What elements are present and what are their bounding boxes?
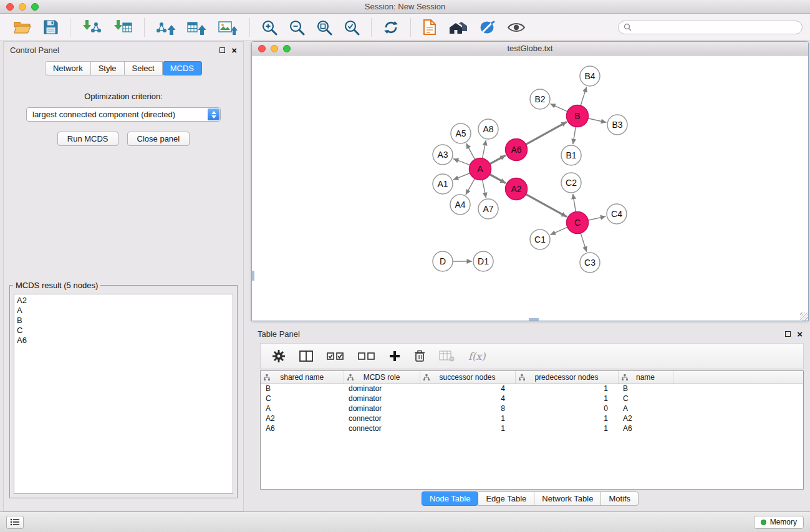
graph-edge-A-A6[interactable] [489, 155, 505, 164]
graph-edge-A6-B[interactable] [526, 122, 567, 144]
close-window-button[interactable] [6, 3, 14, 11]
mcds-result-item[interactable]: A [17, 306, 230, 316]
memory-button[interactable]: Memory [754, 516, 804, 529]
delete-table-button[interactable] [439, 351, 455, 362]
graph-edge-A-A5[interactable] [466, 143, 475, 160]
open-session-button[interactable] [9, 18, 36, 36]
mcds-result-item[interactable]: A2 [17, 296, 230, 306]
table-row-B[interactable]: Bdominator41B [261, 384, 803, 394]
float-panel-icon[interactable] [219, 47, 225, 53]
zoom-fit-button[interactable] [312, 18, 337, 37]
graph-edge-B-B1[interactable] [573, 127, 576, 144]
export-image-button[interactable] [214, 18, 243, 37]
home-button[interactable] [444, 19, 473, 36]
graph-edge-B-B2[interactable] [550, 104, 567, 111]
tab-motifs[interactable]: Motifs [601, 491, 639, 506]
column-header-predecessor-nodes[interactable]: predecessor nodes [515, 371, 618, 384]
graph-edge-A-A1[interactable] [453, 173, 470, 180]
zoom-out-button[interactable] [284, 18, 309, 37]
column-header-name[interactable]: name [618, 371, 673, 384]
close-panel-icon[interactable]: × [231, 46, 237, 55]
graph-node-B4[interactable]: B4 [580, 66, 600, 86]
mcds-result-item[interactable]: A6 [17, 336, 230, 346]
horizontal-scroll-indicator[interactable] [529, 318, 539, 321]
table-row-A[interactable]: Adominator80A [261, 404, 803, 414]
delete-row-button[interactable] [414, 350, 425, 362]
tab-network[interactable]: Network [45, 61, 91, 75]
graph-node-A[interactable]: A [470, 158, 491, 180]
graph-edge-C-C2[interactable] [573, 194, 576, 212]
run-mcds-button[interactable]: Run MCDS [57, 132, 118, 146]
export-table-button[interactable] [183, 18, 211, 37]
graph-edge-A-A8[interactable] [483, 140, 486, 158]
graph-node-D1[interactable]: D1 [473, 251, 493, 271]
graph-edge-B-B3[interactable] [588, 118, 606, 123]
network-window-titlebar[interactable]: testGlobe.txt [252, 42, 808, 56]
open-document-button[interactable] [418, 17, 441, 37]
network-minimize-button[interactable] [271, 45, 278, 52]
graph-node-C2[interactable]: C2 [561, 173, 581, 193]
graph-node-B2[interactable]: B2 [530, 89, 550, 109]
table-row-A2[interactable]: A2connector11A2 [261, 414, 803, 423]
tab-edge-table[interactable]: Edge Table [478, 491, 534, 506]
graph-node-B[interactable]: B [567, 105, 589, 127]
add-row-button[interactable] [389, 351, 400, 362]
column-header-shared-name[interactable]: shared name [261, 371, 344, 384]
graph-edge-B-B4[interactable] [581, 87, 586, 105]
show-columns-button[interactable] [299, 351, 313, 362]
graph-node-C3[interactable]: C3 [580, 253, 600, 273]
graph-node-B1[interactable]: B1 [561, 145, 581, 165]
float-table-panel-icon[interactable] [785, 331, 791, 337]
mcds-result-list[interactable]: A2ABCA6 [14, 294, 233, 494]
network-zoom-button[interactable] [283, 45, 291, 52]
graph-edge-A-A7[interactable] [483, 180, 486, 198]
graph-node-C4[interactable]: C4 [607, 204, 627, 224]
zoom-selected-button[interactable] [339, 18, 364, 37]
tab-node-table[interactable]: Node Table [422, 491, 479, 506]
vertical-scroll-indicator[interactable] [252, 271, 254, 281]
graph-edge-C-C1[interactable] [550, 227, 567, 235]
graph-node-D[interactable]: D [433, 251, 453, 271]
graph-node-B3[interactable]: B3 [607, 115, 627, 135]
optimization-criterion-dropdown[interactable]: largest connected component (directed) [26, 107, 221, 122]
search-box[interactable] [618, 21, 803, 34]
show-graphics-details-button[interactable] [503, 21, 530, 34]
column-header-successor-nodes[interactable]: successor nodes [420, 371, 515, 384]
apply-function-button[interactable]: f(x) [468, 351, 485, 362]
graph-edge-C-C3[interactable] [581, 233, 586, 252]
graph-node-A6[interactable]: A6 [506, 139, 528, 161]
tab-mcds[interactable]: MCDS [163, 61, 202, 75]
deselect-all-rows-button[interactable] [358, 351, 375, 361]
graph-node-A1[interactable]: A1 [433, 174, 453, 194]
graph-edge-A2-C[interactable] [526, 194, 567, 216]
graph-node-C[interactable]: C [567, 212, 589, 234]
network-canvas[interactable]: B4B2BB3A5A8A6B1A3AA1C2A2A4A7C4CC1C3DD1 [252, 56, 808, 321]
graph-node-A4[interactable]: A4 [450, 195, 470, 215]
save-session-button[interactable] [39, 18, 63, 36]
resize-grip[interactable] [800, 312, 808, 321]
tab-style[interactable]: Style [91, 61, 125, 75]
graph-node-A5[interactable]: A5 [451, 123, 471, 143]
search-input[interactable] [635, 23, 797, 32]
column-header-mcds-role[interactable]: MCDS role [344, 371, 420, 384]
import-table-button[interactable] [108, 18, 137, 37]
select-all-rows-button[interactable] [327, 351, 344, 361]
panel-menu-button[interactable] [6, 516, 24, 529]
table-row-A6[interactable]: A6connector11A6 [261, 423, 803, 433]
zoom-in-button[interactable] [257, 18, 282, 37]
close-panel-button[interactable]: Close panel [127, 132, 190, 146]
zoom-window-button[interactable] [31, 3, 39, 11]
dropdown-stepper-icon[interactable] [208, 109, 219, 120]
refresh-button[interactable] [378, 18, 403, 37]
tab-select[interactable]: Select [125, 61, 163, 75]
graph-edge-A-A4[interactable] [466, 178, 475, 195]
close-table-panel-icon[interactable]: × [797, 329, 803, 339]
tab-network-table[interactable]: Network Table [534, 491, 601, 506]
graph-node-A3[interactable]: A3 [433, 145, 453, 165]
export-network-button[interactable] [152, 18, 180, 37]
graph-node-A7[interactable]: A7 [478, 199, 498, 219]
graph-edge-A-A3[interactable] [453, 158, 470, 165]
table-settings-button[interactable] [272, 349, 286, 363]
mcds-result-item[interactable]: B [17, 316, 230, 326]
graph-node-C1[interactable]: C1 [530, 230, 550, 249]
